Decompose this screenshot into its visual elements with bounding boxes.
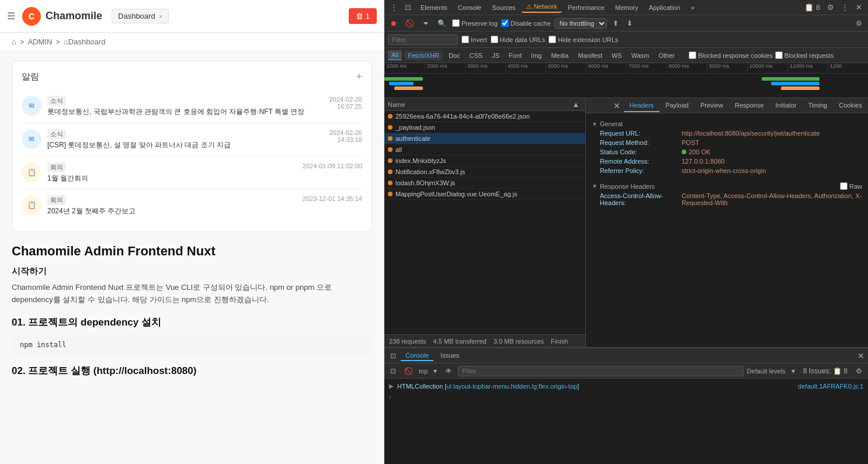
type-filter-manifest[interactable]: Manifest: [574, 51, 606, 60]
expand-icon[interactable]: ›: [389, 393, 391, 400]
type-filter-font[interactable]: Font: [505, 51, 525, 60]
issues-tab[interactable]: Issues: [436, 351, 464, 361]
hamburger-icon[interactable]: ☰: [7, 11, 15, 22]
devtools-settings-icon[interactable]: ⚙: [825, 2, 836, 13]
tab-sources[interactable]: Sources: [487, 3, 520, 12]
console-tab[interactable]: Console: [401, 351, 433, 361]
hide-ext-urls-input[interactable]: [548, 36, 556, 43]
tab-performance[interactable]: Performance: [563, 3, 609, 12]
triangle-icon[interactable]: ▶: [389, 383, 394, 389]
invert-checkbox[interactable]: Invert: [461, 36, 487, 43]
tab-memory[interactable]: Memory: [610, 3, 643, 12]
breadcrumb-admin[interactable]: ADMIN: [27, 37, 52, 46]
request-name: authenticate: [395, 135, 582, 142]
type-filter-other[interactable]: Other: [655, 51, 678, 60]
detail-close-button[interactable]: ✕: [613, 101, 620, 110]
invert-input[interactable]: [461, 36, 469, 43]
preserve-log-input[interactable]: [452, 19, 460, 27]
tab-response[interactable]: Response: [729, 99, 770, 112]
tab-timing[interactable]: Timing: [803, 99, 834, 112]
close-tab-icon[interactable]: ×: [159, 13, 162, 20]
request-item[interactable]: lodash.8OhjmX3W.js: [384, 178, 585, 189]
disable-cache-input[interactable]: [501, 19, 509, 27]
alert-item[interactable]: 📋 회의 2024년 2월 첫째주 주간보고 2023-12-01 14:35:…: [22, 189, 362, 222]
request-item[interactable]: Notification.xF8wZbv3.js: [384, 167, 585, 178]
console-panel-icon[interactable]: ⊡: [388, 351, 398, 361]
type-filter-ws[interactable]: WS: [608, 51, 626, 60]
tab-network[interactable]: ⚠ Network: [522, 2, 562, 13]
console-close-button[interactable]: ✕: [857, 351, 864, 361]
hide-data-urls-checkbox[interactable]: Hide data URLs: [491, 36, 546, 43]
alert-date: 2024-02-2016:07:25: [329, 96, 362, 110]
alert-item[interactable]: ✉ 소식 [CSR] 롯데정보통신, 설 명절 맞아 파트너사 대금 조기 지급…: [22, 123, 362, 157]
hide-ext-urls-checkbox[interactable]: Hide extension URLs: [548, 36, 618, 43]
tab-application[interactable]: Application: [644, 3, 685, 12]
console-dropdown-icon[interactable]: ▾: [431, 366, 439, 376]
clear-button[interactable]: 🚫: [403, 18, 416, 29]
type-filter-media[interactable]: Media: [547, 51, 572, 60]
tab-more[interactable]: »: [686, 3, 699, 12]
preserve-log-checkbox[interactable]: Preserve log: [452, 19, 498, 27]
request-item[interactable]: all: [384, 144, 585, 155]
search-icon[interactable]: 🔍: [435, 18, 449, 29]
console-clear-icon[interactable]: 🚫: [402, 366, 415, 376]
settings-inline-icon[interactable]: ⚙: [853, 18, 864, 29]
devtools-menu-icon[interactable]: ⋮: [388, 2, 400, 13]
devtools-dock-icon[interactable]: ⊡: [402, 2, 414, 13]
console-sidebar-icon[interactable]: ⊡: [388, 366, 398, 376]
request-item-authenticate[interactable]: authenticate: [384, 133, 585, 144]
type-filter-wasm[interactable]: Wasm: [628, 51, 653, 60]
record-button[interactable]: ⏺: [388, 18, 400, 29]
request-item[interactable]: 25926eea-6a76-441a-84c4-a0f7e08e66e2.jso…: [384, 111, 585, 122]
request-item[interactable]: index.MnkxbtyzJs: [384, 155, 585, 167]
alert-text: 2024년 2월 첫째주 주간보고: [47, 206, 297, 216]
tab-cookies[interactable]: Cookies: [833, 99, 868, 112]
raw-input[interactable]: [840, 182, 848, 190]
type-filter-fetch[interactable]: Fetch/XHR: [404, 51, 443, 60]
hide-data-urls-input[interactable]: [491, 36, 498, 43]
tab-elements[interactable]: Elements: [416, 3, 452, 12]
filter-input[interactable]: [388, 34, 458, 45]
tab-console[interactable]: Console: [453, 3, 486, 12]
collapse-icon[interactable]: ▲: [570, 99, 582, 110]
blocked-requests-input[interactable]: [775, 51, 783, 59]
console-eye-icon[interactable]: 👁: [443, 366, 454, 376]
blocked-cookies-checkbox[interactable]: Blocked response cookies: [689, 51, 773, 59]
console-link[interactable]: default.1AFRAFK0.js:1: [798, 383, 863, 390]
tab-payload[interactable]: Payload: [659, 99, 695, 112]
devtools-close-icon[interactable]: ✕: [853, 2, 864, 13]
general-section-header[interactable]: ▼ General: [592, 118, 862, 129]
type-filter-css[interactable]: CSS: [466, 51, 487, 60]
alert-tags: 회의: [47, 195, 297, 205]
console-settings-icon[interactable]: ⚙: [853, 366, 864, 376]
tab-headers[interactable]: Headers: [624, 99, 660, 112]
levels-dropdown-icon[interactable]: ▾: [789, 366, 797, 376]
type-filter-img[interactable]: Img: [527, 51, 545, 60]
type-filter-js[interactable]: JS: [488, 51, 503, 60]
raw-checkbox[interactable]: Raw: [840, 182, 862, 190]
filter-icon[interactable]: ⏷: [420, 18, 432, 29]
breadcrumb-home-icon[interactable]: ⌂: [12, 37, 16, 46]
import-icon[interactable]: ⬆: [610, 18, 621, 29]
blocked-cookies-input[interactable]: [689, 51, 696, 59]
tab-preview[interactable]: Preview: [695, 99, 729, 112]
notification-button[interactable]: 🗑 1: [349, 8, 377, 24]
alert-add-button[interactable]: +: [356, 71, 362, 83]
type-filter-all[interactable]: All: [388, 50, 402, 60]
dashboard-tab[interactable]: Dashboard ×: [112, 9, 169, 23]
alert-item[interactable]: 📋 회의 1월 월간회의 2024-01-09 11:02:00: [22, 157, 362, 190]
request-item[interactable]: MappingPostUserDialog.vue.UeomE_ag.js: [384, 189, 585, 200]
console-filter-input[interactable]: [458, 366, 743, 376]
disable-cache-checkbox[interactable]: Disable cache: [501, 19, 551, 27]
alert-item[interactable]: ✉ 소식 롯데정보통신, 국립부산과학관 관람객의 큰 호응에 힘입어 자율주행…: [22, 90, 362, 123]
tab-initiator[interactable]: Initiator: [770, 99, 803, 112]
issues-badge-btn[interactable]: 8 Issues: 📋 8: [801, 366, 850, 376]
response-headers-section-header[interactable]: ▼ Response Headers Raw: [592, 180, 862, 191]
blocked-requests-checkbox[interactable]: Blocked requests: [775, 51, 834, 59]
request-item[interactable]: _payload.json: [384, 122, 585, 133]
throttling-select[interactable]: No throttling: [554, 18, 607, 29]
type-filter-doc[interactable]: Doc: [445, 51, 464, 60]
devtools-issues-badge[interactable]: 📋 8: [802, 2, 822, 13]
export-icon[interactable]: ⬇: [624, 18, 635, 29]
devtools-more-icon[interactable]: ⋮: [839, 2, 851, 13]
